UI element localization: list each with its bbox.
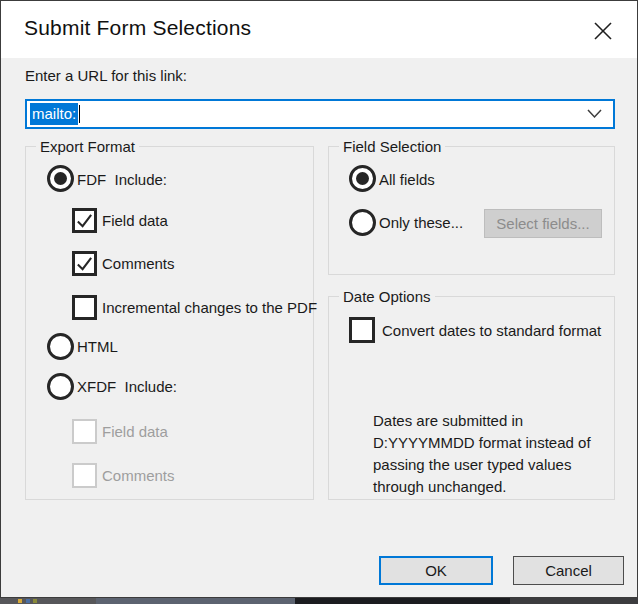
radio-xfdf[interactable]: [47, 373, 74, 400]
radio-all-fields-label: All fields: [379, 171, 435, 188]
checkbox-fdf-field-data[interactable]: [72, 208, 97, 233]
radio-fdf-label: FDF Include:: [77, 171, 167, 188]
check-icon: [75, 254, 94, 273]
field-selection-legend: Field Selection: [339, 138, 445, 155]
radio-only-these[interactable]: [349, 209, 376, 236]
text-caret: [79, 105, 80, 123]
checkbox-convert-dates[interactable]: [349, 317, 375, 343]
submit-form-selections-dialog: Submit Form Selections Enter a URL for t…: [0, 0, 638, 598]
url-combobox[interactable]: mailto:: [25, 99, 615, 129]
close-button[interactable]: [583, 15, 623, 47]
cancel-button[interactable]: Cancel: [513, 556, 624, 585]
check-icon: [75, 211, 94, 230]
close-icon: [592, 20, 614, 42]
chevron-down-icon[interactable]: [587, 109, 602, 119]
checkbox-xfdf-comments: [72, 463, 97, 488]
background-segment: [295, 598, 510, 604]
export-format-group: Export Format: [25, 146, 314, 500]
checkbox-xfdf-field-data-label: Field data: [102, 423, 168, 440]
radio-xfdf-label: XFDF Include:: [77, 378, 177, 395]
checkbox-fdf-comments-label: Comments: [102, 255, 175, 272]
url-value-selected: mailto:: [30, 103, 78, 125]
radio-dot: [356, 172, 369, 185]
background-pixel: [33, 599, 37, 603]
url-label: Enter a URL for this link:: [25, 67, 187, 84]
background-pixel: [18, 599, 22, 603]
date-options-legend: Date Options: [339, 288, 435, 305]
checkbox-incremental-label: Incremental changes to the PDF: [102, 299, 317, 316]
select-fields-button: Select fields...: [484, 209, 602, 238]
checkbox-fdf-comments[interactable]: [72, 251, 97, 276]
background-segment: [0, 598, 96, 604]
dialog-title: Submit Form Selections: [24, 16, 251, 40]
radio-all-fields[interactable]: [349, 165, 376, 192]
background-segment: [510, 598, 638, 604]
checkbox-convert-dates-label: Convert dates to standard format: [382, 322, 601, 339]
export-format-legend: Export Format: [36, 138, 139, 155]
date-format-note: Dates are submitted in D:YYYYMMDD format…: [373, 410, 609, 498]
radio-only-these-label: Only these...: [379, 214, 463, 231]
radio-html-label: HTML: [77, 338, 118, 355]
radio-dot: [54, 172, 67, 185]
background-segment: [96, 598, 295, 604]
background-app-sliver: [0, 598, 638, 604]
ok-button[interactable]: OK: [379, 556, 493, 585]
checkbox-fdf-field-data-label: Field data: [102, 212, 168, 229]
background-pixel: [26, 599, 30, 603]
titlebar: Submit Form Selections: [1, 1, 637, 58]
checkbox-xfdf-comments-label: Comments: [102, 467, 175, 484]
screen: Submit Form Selections Enter a URL for t…: [0, 0, 638, 604]
checkbox-incremental[interactable]: [72, 295, 97, 320]
radio-html[interactable]: [47, 333, 74, 360]
radio-fdf[interactable]: [47, 165, 74, 192]
checkbox-xfdf-field-data: [72, 419, 97, 444]
